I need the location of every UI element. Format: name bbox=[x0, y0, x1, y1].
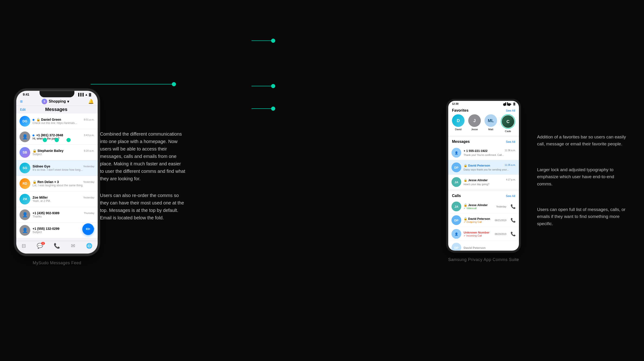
msg-name: +1 (801) 372-3948 bbox=[32, 133, 63, 137]
android-msg-item[interactable]: 👤 + 1 555-221-1922 11:36 a.m. Thank you!… bbox=[448, 146, 519, 160]
android-msg-item-highlighted[interactable]: DP 🔒 David Peterson 11:35 a.m. Daisy say… bbox=[448, 160, 519, 175]
android-calls-section: Calls See All JA 🔒 Jesse Alinder ✓ Video… bbox=[448, 191, 519, 251]
android-messages-section: Messages See All 👤 + 1 555-221-1922 11:3… bbox=[448, 137, 519, 190]
right-phone-label: Samsung Privacy App Comms Suite bbox=[448, 257, 519, 262]
call-name: David Peterson bbox=[464, 246, 516, 249]
msg-name: +1 (435) 902-9389 bbox=[32, 211, 60, 215]
right-annotations: Addition of a favorites bar so users can… bbox=[537, 134, 630, 227]
android-avatar: 👤 bbox=[452, 148, 461, 158]
msg-content: Sidnee Gye Yesterday It's so true. I don… bbox=[32, 164, 94, 171]
message-item[interactable]: RD 🔒 Ren Delan + 3 Yesterday Lol, I was … bbox=[16, 176, 98, 191]
favorite-name-matt: Matt bbox=[488, 128, 493, 131]
android-msg-time: 11:36 a.m. bbox=[505, 149, 516, 151]
favorite-matt[interactable]: ML Matt bbox=[484, 114, 497, 133]
ios-nav-bar: ≡ S Shopping ▾ 🔔 bbox=[16, 97, 98, 106]
messages-header: Edit Messages bbox=[16, 106, 98, 114]
message-item[interactable]: DG 🔒 Daniel Green 8:01 p.m. Check out th… bbox=[16, 114, 98, 129]
hamburger-icon[interactable]: ≡ bbox=[20, 99, 23, 104]
msg-preview: Hi, when is the party? bbox=[32, 137, 94, 140]
favorite-avatar-cade: C bbox=[502, 115, 514, 128]
msg-time: Thursday bbox=[84, 212, 94, 214]
ios-phone: 9:41 ▐▐▐ ▲ ▓ ≡ S Shopping ▾ 🔔 bbox=[14, 88, 100, 256]
android-call-item[interactable]: DP 🔒 David Peterson ↗ Outgoing Call 08/2… bbox=[448, 214, 519, 227]
nav-title-area: S Shopping ▾ bbox=[42, 99, 69, 104]
tab-email[interactable]: ✉ bbox=[71, 243, 75, 249]
tab-home[interactable]: ⊟ bbox=[22, 243, 26, 249]
android-avatar: JA bbox=[452, 177, 461, 187]
camera-dot-1 bbox=[503, 103, 506, 106]
signal-icon: ▐▐▐ bbox=[77, 93, 84, 96]
android-avatar: DP bbox=[452, 163, 461, 172]
call-content: David Peterson bbox=[464, 246, 516, 249]
text-block-2: Users can also re-order the comms so the… bbox=[100, 192, 186, 221]
call-content: 🔒 Jesse Alinder ✓ Videocall bbox=[464, 203, 494, 210]
android-battery: ▓ bbox=[513, 102, 515, 105]
camera-dot-2 bbox=[508, 103, 510, 106]
tab-messages[interactable]: 💬 2 bbox=[37, 243, 43, 249]
favorite-name-cade: Cade bbox=[505, 130, 511, 133]
msg-time: Yesterday bbox=[83, 196, 94, 199]
avatar: 👤 bbox=[20, 131, 30, 142]
msg-name: Zoe Miller bbox=[32, 196, 48, 199]
call-avatar: DP bbox=[452, 243, 461, 251]
status-time: 9:41 bbox=[23, 93, 29, 96]
message-item[interactable]: 👤 +1 (801) 372-3948 3:43 p.m. Hi, when i… bbox=[16, 129, 98, 145]
android-calls-see-all[interactable]: See All bbox=[506, 194, 515, 197]
android-messages-see-all[interactable]: See All bbox=[506, 140, 515, 143]
call-content: 🔒 David Peterson ↗ Outgoing Call bbox=[464, 217, 492, 224]
status-icons: ▐▐▐ ▲ ▓ bbox=[77, 93, 91, 96]
android-msg-content: 🔒 David Peterson 11:35 a.m. Daisy says t… bbox=[464, 164, 516, 171]
message-item[interactable]: SB 🔒 Stephanie Bailey 9:20 a.m. Subject bbox=[16, 145, 98, 160]
tab-web[interactable]: 🌐 bbox=[86, 243, 92, 249]
favorite-name-david: David bbox=[455, 128, 462, 131]
android-msg-content: + 1 555-221-1922 11:36 a.m. Thank you! Y… bbox=[464, 149, 516, 157]
edit-button[interactable]: Edit bbox=[20, 108, 26, 111]
middle-text-block: Combined the different communications in… bbox=[100, 130, 186, 231]
favorite-david[interactable]: D David bbox=[452, 114, 464, 133]
annotation-2: Larger lock and adjusted typography to e… bbox=[537, 166, 630, 187]
message-item[interactable]: ZM Zoe Miller Yesterday Yeah, at 2 PM. bbox=[16, 191, 98, 207]
msg-preview: It's so true. I don't even know how long… bbox=[32, 168, 94, 171]
msg-name: Sidnee Gye bbox=[32, 164, 50, 168]
call-content: Unknown Number ✓ Incoming Call bbox=[464, 231, 492, 237]
android-msg-name: 🔒 David Peterson bbox=[464, 164, 490, 167]
android-call-item[interactable]: 👤 Unknown Number ✓ Incoming Call 08/20/2… bbox=[448, 227, 519, 241]
msg-preview: Lol, I was laughing about the same thing… bbox=[32, 184, 94, 187]
favorites-title: Favorites bbox=[452, 108, 468, 113]
unread-dot bbox=[32, 119, 34, 121]
nav-title-text: Shopping bbox=[48, 99, 66, 104]
android-call-item[interactable]: JA 🔒 Jesse Alinder ✓ Videocall Yesterday… bbox=[448, 200, 519, 214]
avatar: ZM bbox=[20, 194, 30, 204]
compose-button[interactable]: ✏ bbox=[82, 223, 94, 235]
android-msg-item[interactable]: JA 🔒 Jesse Alinder 4:17 p.m. How's your … bbox=[448, 175, 519, 190]
msg-time: 3:43 p.m. bbox=[84, 134, 94, 137]
notification-icon[interactable]: 🔔 bbox=[88, 99, 94, 104]
right-phone-wrapper: 12:30 ▐▐ ▲ ▓ Favorites See All bbox=[446, 99, 521, 262]
favorite-jesse[interactable]: J Jesse bbox=[468, 114, 481, 133]
android-messages-header: Messages See All bbox=[448, 137, 519, 146]
android-call-item-partial[interactable]: DP David Peterson bbox=[448, 241, 519, 251]
favorites-see-all[interactable]: See All bbox=[506, 109, 515, 112]
android-msg-preview: Thank you! You're confirmed. Call... bbox=[464, 153, 504, 156]
call-date: 08/21/2019 bbox=[495, 219, 506, 221]
msg-time: Yesterday bbox=[83, 181, 94, 183]
android-calls-title: Calls bbox=[452, 194, 461, 198]
message-item[interactable]: 👤 +1 (435) 902-9389 Thursday Thanks bbox=[16, 207, 98, 223]
android-time: 12:30 bbox=[452, 102, 458, 105]
msg-content: 🔒 Stephanie Bailey 9:20 a.m. Subject bbox=[32, 149, 94, 156]
email-tab-icon: ✉ bbox=[71, 243, 75, 249]
tab-calls[interactable]: 📞 bbox=[54, 243, 60, 249]
android-msg-name: 🔒 Jesse Alinder bbox=[464, 178, 488, 182]
favorites-row: D David J Jesse ML Matt bbox=[448, 114, 519, 135]
msg-preview: Subject bbox=[32, 153, 94, 156]
call-date: 08/20/2019 bbox=[495, 233, 506, 235]
msg-content: Zoe Miller Yesterday Yeah, at 2 PM. bbox=[32, 196, 94, 203]
favorites-section: Favorites See All D David J Jesse bbox=[448, 106, 519, 135]
msg-content: +1 (435) 902-9389 Thursday Thanks bbox=[32, 211, 94, 218]
wifi-icon: ▲ bbox=[85, 93, 88, 96]
message-item-highlighted[interactable]: SG Sidnee Gye Yesterday It's so true. I … bbox=[16, 160, 98, 176]
dropdown-icon[interactable]: ▾ bbox=[67, 99, 69, 104]
favorite-cade[interactable]: C Cade bbox=[501, 114, 515, 133]
call-date: Yesterday bbox=[496, 205, 506, 208]
left-phone-wrapper: 9:41 ▐▐▐ ▲ ▓ ≡ S Shopping ▾ 🔔 bbox=[14, 88, 100, 265]
